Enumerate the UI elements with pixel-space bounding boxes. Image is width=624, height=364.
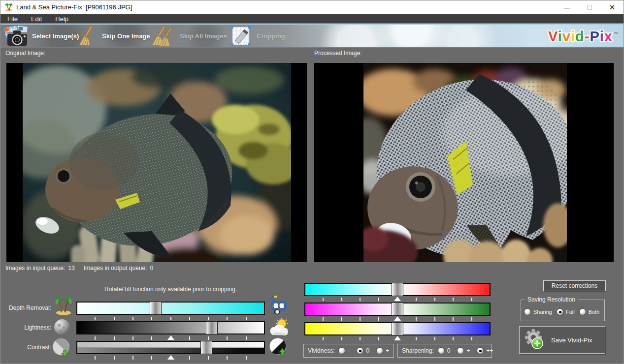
menu-edit[interactable]: Edit bbox=[31, 15, 42, 23]
saving-both-label: Both bbox=[589, 309, 600, 315]
saving-sharing-label: Sharing bbox=[533, 309, 552, 315]
contrast-thumb[interactable] bbox=[200, 341, 212, 354]
vividpix-logo: Vivid-Pix ™ bbox=[548, 26, 618, 47]
vividness-zero-label: 0 bbox=[366, 347, 369, 354]
vividness-plus-label: + bbox=[386, 347, 389, 354]
depth-removal-slider[interactable] bbox=[76, 302, 265, 315]
contrast-slider[interactable] bbox=[76, 341, 265, 354]
toolbar-select-images-label: Select Image(s) bbox=[32, 32, 79, 40]
sun-cloud-icon bbox=[268, 317, 290, 337]
yellow-blue-center-marker bbox=[394, 336, 401, 340]
toolbar-skip-all-button[interactable]: Skip All Images bbox=[151, 25, 227, 47]
yellow-blue-thumb[interactable] bbox=[392, 322, 403, 335]
magenta-green-slider[interactable] bbox=[304, 303, 491, 316]
app-palm-icon bbox=[4, 3, 13, 12]
vividpix-letters: Vivid-Pix bbox=[548, 29, 613, 45]
input-queue-value: 13 bbox=[68, 265, 74, 272]
minimize-button[interactable]: — bbox=[556, 0, 578, 14]
depth-removal-thumb[interactable] bbox=[150, 302, 162, 315]
contrast-increase-icon bbox=[268, 337, 289, 358]
toolbar-skip-one-button[interactable]: Skip One Image bbox=[78, 25, 150, 47]
original-image-label: Original Image: bbox=[5, 50, 45, 57]
close-button[interactable]: ✕ bbox=[601, 0, 624, 14]
saving-full-label: Full bbox=[566, 309, 575, 315]
processed-image-label: Processed Image: bbox=[314, 50, 362, 57]
menu-bar: File Edit Help bbox=[0, 14, 624, 24]
toolbar: Select Image(s) Skip One Image bbox=[0, 24, 624, 48]
title-bar: Land & Sea Picture-Fix [P9061196.JPG] — … bbox=[0, 0, 624, 14]
rotate-tilt-note: Rotate/Tilt function only available prio… bbox=[76, 286, 265, 293]
processed-image-panel bbox=[314, 63, 614, 262]
app-window: Land & Sea Picture-Fix [P9061196.JPG] — … bbox=[0, 0, 624, 364]
saving-full-radio[interactable] bbox=[557, 308, 563, 315]
toolbar-skip-one-label: Skip One Image bbox=[102, 32, 150, 40]
lightness-label: Lightness: bbox=[3, 321, 51, 334]
menu-help[interactable]: Help bbox=[55, 15, 68, 23]
camera-photos-icon bbox=[3, 25, 29, 47]
saving-sharing-radio[interactable] bbox=[524, 308, 531, 315]
window-title: Land & Sea Picture-Fix [P9061196.JPG] bbox=[16, 0, 132, 14]
moon-icon bbox=[53, 318, 71, 336]
depth-removal-label: Depth Removal: bbox=[3, 302, 51, 315]
saving-both-radio[interactable] bbox=[579, 308, 586, 315]
cyan-red-center-marker bbox=[394, 297, 401, 301]
window-controls: — ✕ bbox=[556, 0, 624, 14]
reset-corrections-button[interactable]: Reset corrections bbox=[543, 280, 606, 291]
contrast-label: Contrast: bbox=[3, 341, 51, 354]
vividness-plus-radio[interactable] bbox=[376, 347, 383, 354]
input-queue-label: Images in input queue: bbox=[5, 265, 65, 272]
contrast-decrease-icon bbox=[52, 337, 72, 358]
toolbar-select-images-button[interactable]: Select Image(s) bbox=[3, 25, 79, 47]
original-photo bbox=[23, 63, 291, 262]
sharpening-group: Sharpening: 0 + ++ bbox=[397, 344, 492, 358]
processed-photo bbox=[363, 63, 567, 262]
cyan-red-slider[interactable] bbox=[304, 283, 491, 296]
lightness-thumb[interactable] bbox=[206, 321, 218, 334]
sharpening-zero-label: 0 bbox=[447, 347, 451, 354]
lightness-slider[interactable] bbox=[76, 321, 265, 334]
sharpening-label: Sharpening: bbox=[402, 347, 434, 354]
sharpening-zero-radio[interactable] bbox=[438, 347, 445, 354]
scuba-mask-icon bbox=[269, 295, 289, 316]
sharpening-plusplus-label: ++ bbox=[486, 347, 493, 354]
maximize-button[interactable] bbox=[578, 0, 601, 14]
lightness-center-marker bbox=[167, 335, 174, 340]
contrast-center-marker bbox=[167, 355, 174, 360]
save-gear-plus-icon bbox=[524, 329, 546, 351]
toolbar-cropping-label: Cropping bbox=[257, 32, 285, 40]
vividness-minus-label: - bbox=[348, 347, 350, 354]
sharpening-plusplus-radio[interactable] bbox=[477, 347, 484, 354]
vividness-label: Vividness: bbox=[308, 347, 334, 354]
yellow-blue-slider[interactable] bbox=[304, 322, 491, 335]
palm-island-icon bbox=[54, 297, 73, 315]
saving-resolution-group: Saving Resolution Sharing Full Both bbox=[521, 300, 605, 321]
output-queue-label: Images in output queue: bbox=[84, 265, 147, 272]
sharpening-plus-radio[interactable] bbox=[457, 347, 464, 354]
vividpix-tm: ™ bbox=[614, 31, 618, 36]
cyan-red-thumb[interactable] bbox=[392, 283, 403, 296]
vividness-minus-radio[interactable] bbox=[338, 347, 345, 354]
vividness-group: Vividness: - 0 + bbox=[303, 344, 394, 358]
double-broom-icon bbox=[151, 25, 176, 47]
sharpening-plus-label: + bbox=[466, 347, 470, 354]
magenta-green-thumb[interactable] bbox=[392, 303, 403, 316]
crop-blade-icon bbox=[229, 25, 253, 47]
saving-resolution-label: Saving Resolution bbox=[525, 296, 578, 303]
output-queue-value: 0 bbox=[150, 265, 154, 272]
toolbar-skip-all-label: Skip All Images bbox=[180, 32, 227, 40]
vividness-zero-radio[interactable] bbox=[357, 347, 363, 354]
original-image-panel bbox=[6, 63, 307, 262]
queue-status: Images in input queue:13Images in output… bbox=[5, 265, 153, 272]
menu-file[interactable]: File bbox=[7, 15, 18, 23]
save-vividpix-label: Save Vivid-Pix bbox=[551, 336, 592, 344]
broom-icon bbox=[78, 25, 97, 47]
depth-removal-ticks bbox=[76, 317, 265, 321]
maximize-icon bbox=[587, 5, 592, 10]
magenta-green-center-marker bbox=[394, 316, 401, 321]
save-vividpix-button[interactable]: Save Vivid-Pix bbox=[519, 326, 605, 354]
toolbar-cropping-button[interactable]: Cropping bbox=[229, 25, 285, 47]
